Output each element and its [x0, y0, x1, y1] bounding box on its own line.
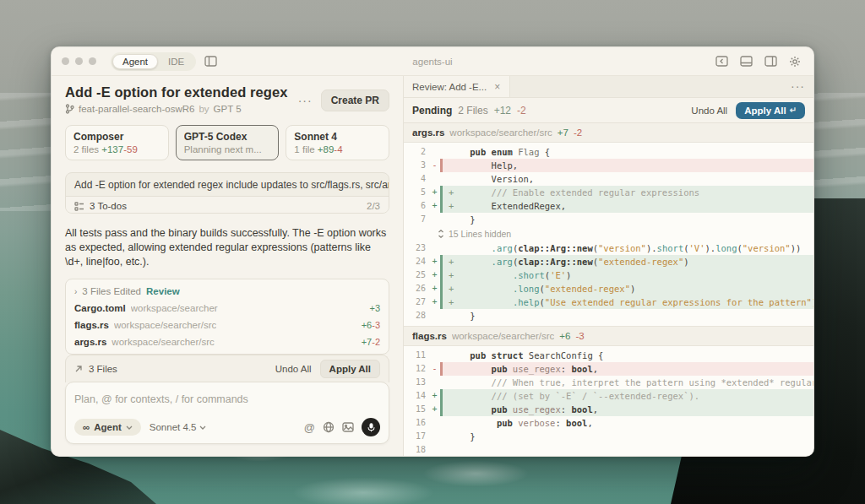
- voice-input-button[interactable]: [362, 418, 380, 436]
- diff-file-header[interactable]: flags.rsworkspace/searcher/src+6-3: [404, 326, 813, 346]
- agent-mode-select[interactable]: ∞ Agent: [74, 419, 141, 436]
- code-text: [440, 443, 813, 456]
- line-number: 13: [404, 376, 429, 389]
- code-token: [454, 284, 513, 294]
- web-button[interactable]: [323, 421, 335, 433]
- hidden-lines-expander[interactable]: 15 Lines hidden: [404, 226, 813, 241]
- pending-added-count: +12: [494, 105, 511, 117]
- change-marker: [429, 430, 440, 443]
- close-tab-button[interactable]: ×: [493, 82, 501, 92]
- undo-all-button[interactable]: Undo All: [275, 364, 312, 374]
- change-marker: [429, 172, 440, 186]
- code-text: pub struct SearchConfig {: [440, 349, 813, 362]
- branch-name[interactable]: feat-parallel-search-oswR6: [79, 104, 194, 114]
- file-path: workspace/searcher/src: [449, 127, 552, 138]
- diff-line: 24++ .arg(clap::Arg::new("extended-regex…: [404, 255, 813, 268]
- traffic-light-minimize[interactable]: [75, 57, 83, 65]
- edited-file-row[interactable]: args.rsworkspace/searcher/src+7-2: [66, 333, 389, 350]
- code-token: "Use extended regular expressions for th…: [545, 297, 812, 307]
- diff-file-header[interactable]: args.rsworkspace/searcher/src+7-2: [404, 123, 813, 143]
- code-text: pub verbose: bool,: [440, 416, 813, 430]
- settings-button[interactable]: [786, 53, 803, 70]
- review-pane: Review: Add -E... × ··· Pending 2 Files …: [404, 76, 813, 456]
- code-token: use_regex: [513, 364, 561, 374]
- model-run-card[interactable]: Composer2 files +137-59: [65, 125, 169, 160]
- diff-line: 7 }: [404, 213, 813, 226]
- apply-all-button[interactable]: Apply All: [320, 360, 380, 378]
- model-select[interactable]: Sonnet 4.5: [150, 422, 207, 432]
- file-path: workspace/searcher/src: [112, 337, 214, 347]
- files-edited-header[interactable]: › 3 Files Edited Review: [66, 281, 389, 300]
- attach-image-button[interactable]: [342, 422, 354, 432]
- diff-section: flags.rsworkspace/searcher/src+6-311 pub…: [404, 326, 813, 456]
- review-menu-button[interactable]: ···: [791, 80, 805, 92]
- review-tab[interactable]: Review: Add -E... ×: [404, 76, 510, 97]
- change-marker: -: [429, 159, 440, 172]
- task-menu-button[interactable]: ···: [298, 95, 313, 106]
- code-token: clap::Arg::new: [518, 257, 593, 267]
- code-token: verbose: [518, 418, 555, 428]
- line-number: 17: [404, 430, 429, 443]
- file-stats: +7-2: [362, 337, 380, 347]
- removed-count: -4: [334, 144, 342, 154]
- line-number: 6: [404, 199, 429, 213]
- code-token: "version": [743, 243, 791, 253]
- diff-line: 11 pub struct SearchConfig {: [404, 349, 813, 362]
- card-title: GPT-5 Codex: [184, 131, 271, 143]
- code-token: /// Enable extended regular expressions: [454, 187, 699, 198]
- code-token: "extended-regex": [598, 257, 683, 267]
- added-count: +89: [318, 144, 335, 154]
- review-undo-all-button[interactable]: Undo All: [691, 106, 727, 116]
- line-number: 28: [404, 309, 429, 322]
- file-name: args.rs: [74, 337, 106, 347]
- change-marker: +: [429, 282, 440, 295]
- diff-line: 4 Version,: [404, 172, 813, 186]
- diff-line: 14+ /// (set by `-E` / `--extended-regex…: [404, 389, 813, 403]
- line-number: 11: [404, 349, 429, 362]
- model-run-card[interactable]: GPT-5 CodexPlanning next m...: [176, 125, 280, 160]
- code-text: + /// Enable extended regular expression…: [440, 186, 813, 199]
- edited-file-row[interactable]: Cargo.tomlworkspace/searcher+3: [66, 300, 389, 317]
- code-token: Help,: [449, 160, 518, 171]
- toggle-right-panel-button[interactable]: [762, 53, 780, 69]
- code-token: bool: [571, 404, 592, 415]
- diff-line: 17 }: [404, 430, 813, 443]
- traffic-light-close[interactable]: [62, 57, 69, 65]
- diff-line: 23 .arg(clap::Arg::new("version").short(…: [404, 241, 813, 255]
- message-input[interactable]: [74, 393, 380, 405]
- change-marker: [429, 145, 440, 159]
- by-label: by: [199, 104, 209, 114]
- pending-files-count: 3 Files: [89, 364, 117, 374]
- diff-line: 6++ ExtendedRegex,: [404, 199, 813, 213]
- code-token: Version,: [449, 174, 534, 184]
- collapse-left-panel-button[interactable]: [713, 53, 731, 69]
- card-title: Sonnet 4: [294, 131, 381, 143]
- code-token: bool: [571, 364, 592, 374]
- globe-icon: [323, 421, 335, 433]
- todos-row[interactable]: 3 To-dos 2/3: [66, 197, 389, 214]
- traffic-light-zoom[interactable]: [89, 57, 96, 65]
- tab-agent[interactable]: Agent: [112, 54, 158, 69]
- sidebar-toggle-button[interactable]: [202, 53, 220, 69]
- diff-viewer[interactable]: args.rsworkspace/searcher/src+7-22 pub e…: [404, 123, 813, 456]
- review-link[interactable]: Review: [146, 286, 180, 296]
- prompt-card[interactable]: Add -E option for extended regex include…: [65, 172, 389, 214]
- code-token: ,: [593, 364, 598, 374]
- mention-button[interactable]: @: [304, 421, 315, 434]
- edited-file-row[interactable]: flags.rsworkspace/searcher/src+6-3: [66, 317, 389, 333]
- diff-line: 3- Help,: [404, 159, 813, 172]
- code-token: ): [566, 270, 571, 280]
- line-number: 23: [404, 241, 429, 255]
- file-path: workspace/searcher/src: [452, 331, 554, 341]
- app-window: Agent IDE agents-ui: [51, 46, 814, 457]
- create-pr-button[interactable]: Create PR: [321, 89, 389, 111]
- toggle-bottom-panel-button[interactable]: [737, 53, 755, 69]
- review-apply-all-button[interactable]: Apply All ↵: [736, 102, 805, 119]
- hidden-lines-text: 15 Lines hidden: [449, 227, 511, 241]
- panel-left-collapse-icon: [715, 56, 728, 67]
- review-tab-label: Review: Add -E...: [412, 82, 487, 92]
- model-run-card[interactable]: Sonnet 41 file +89-4: [286, 125, 389, 160]
- diff-line: 18: [404, 443, 813, 456]
- diff-code-block: 2 pub enum Flag {3- Help,4 Version,5++ /…: [404, 143, 813, 326]
- tab-ide[interactable]: IDE: [158, 54, 194, 69]
